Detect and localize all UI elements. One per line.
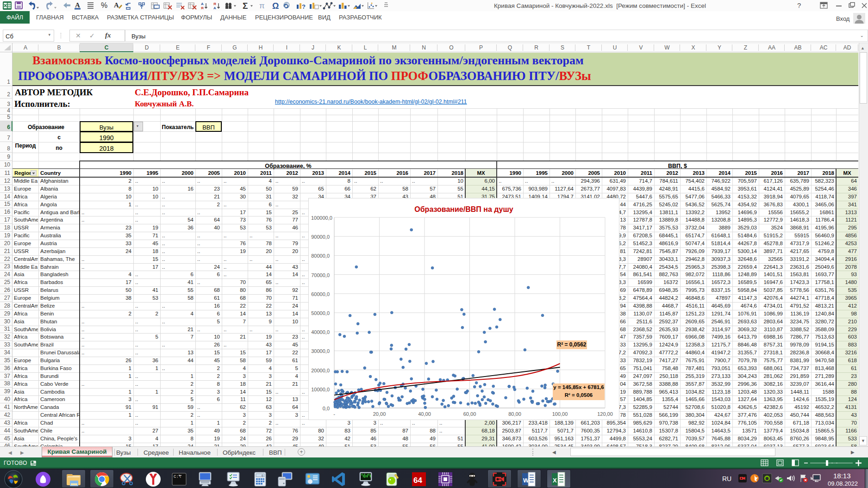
svg-text:64: 64 [413, 476, 422, 485]
svg-text:Ω: Ω [272, 1, 279, 11]
svg-text:%: % [101, 1, 107, 9]
svg-text:A: A [75, 1, 80, 9]
svg-text:X: X [553, 477, 557, 484]
svg-text:Σ: Σ [243, 1, 248, 11]
svg-text:π: π [259, 1, 265, 10]
svg-text:Я: Я [201, 6, 204, 10]
svg-text:А: А [213, 6, 216, 10]
svg-text:?: ? [302, 3, 306, 10]
svg-text:Я: Я [213, 2, 216, 6]
svg-text:A: A [114, 1, 119, 9]
svg-text:А: А [201, 2, 204, 6]
